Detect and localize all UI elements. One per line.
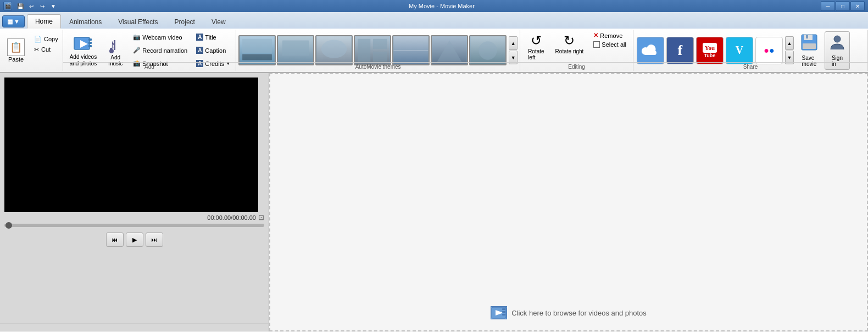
youtube-share-button[interactable]: You Tube: [696, 37, 724, 64]
theme-6[interactable]: [431, 35, 468, 65]
share-group: f You Tube V ●● ▲ ▼: [633, 30, 868, 71]
close-button[interactable]: ✕: [850, 1, 865, 11]
next-frame-button[interactable]: ⏭: [146, 233, 163, 247]
svg-rect-28: [806, 35, 808, 38]
svg-rect-3: [88, 42, 92, 44]
copy-icon: 📄: [34, 36, 42, 43]
prev-frame-button[interactable]: ⏮: [106, 233, 124, 247]
editing-group: ↺ Rotateleft ↻ Rotate right ✕ Remove Sel…: [520, 30, 633, 71]
svg-rect-10: [242, 39, 272, 53]
add-group-label: Add: [63, 62, 236, 70]
ribbon: ▦ ▼ Home Animations Visual Effects Proje…: [0, 12, 868, 73]
remove-label: Remove: [600, 32, 622, 39]
svg-rect-17: [373, 39, 387, 49]
theme-1[interactable]: [238, 35, 276, 65]
record-narration-button[interactable]: 🎤 Record narration: [131, 46, 190, 55]
cut-label: Cut: [41, 46, 51, 53]
webcam-label: Webcam video: [142, 34, 182, 41]
sign-in-icon: [830, 34, 845, 55]
app-menu-icon: ▦: [7, 18, 13, 25]
rotate-left-button[interactable]: ↺ Rotateleft: [525, 31, 547, 63]
editing-right: ✕ Remove Select all: [591, 31, 628, 49]
svg-point-6: [109, 49, 114, 53]
title-button[interactable]: A Title: [194, 32, 232, 42]
add-group: Add videos and photos ♪ Addmusic: [63, 30, 236, 71]
webcam-video-button[interactable]: 📷 Webcam video: [131, 32, 190, 42]
svg-rect-16: [358, 39, 370, 62]
app-menu-button[interactable]: ▦ ▼: [2, 15, 25, 27]
remove-button[interactable]: ✕ Remove: [591, 31, 628, 40]
svg-rect-33: [502, 311, 505, 313]
rotate-right-button[interactable]: ↻ Rotate right: [552, 31, 587, 57]
svg-rect-4: [88, 45, 92, 47]
tab-home[interactable]: Home: [27, 14, 61, 29]
paste-button[interactable]: 📋 Paste: [2, 31, 30, 70]
playback-controls: ⏮ ▶ ⏭: [4, 233, 264, 247]
caption-icon: A: [196, 47, 203, 54]
theme-3[interactable]: [315, 35, 353, 65]
storyboard-area: Click here to browse for videos and phot…: [269, 73, 868, 331]
theme-7[interactable]: [469, 35, 507, 65]
title-label: Title: [205, 34, 216, 41]
theme-scroll-up[interactable]: ▲: [509, 36, 518, 50]
theme-2[interactable]: [277, 35, 314, 65]
maximize-button[interactable]: □: [836, 1, 850, 11]
tab-visual-effects[interactable]: Visual Effects: [110, 14, 166, 29]
rotate-right-label: Rotate right: [555, 48, 584, 54]
copy-label: Copy: [44, 36, 58, 42]
scrubber[interactable]: [4, 224, 264, 227]
facebook-share-button[interactable]: f: [666, 37, 694, 64]
tab-view[interactable]: View: [203, 14, 234, 29]
undo-quick-button[interactable]: ↩: [26, 2, 36, 10]
minimize-button[interactable]: ─: [821, 1, 835, 11]
theme-4[interactable]: [354, 35, 391, 65]
select-all-button[interactable]: Select all: [591, 40, 628, 49]
title-bar-controls: 🎬: [3, 2, 12, 10]
redo-quick-button[interactable]: ↪: [37, 2, 47, 10]
scrubber-handle[interactable]: [5, 222, 12, 229]
tab-row: ▦ ▼ Home Animations Visual Effects Proje…: [0, 12, 868, 29]
flickr-share-button[interactable]: ●●: [755, 37, 783, 64]
share-scroll-up[interactable]: ▲: [785, 36, 794, 50]
svg-rect-9: [242, 54, 272, 60]
vimeo-share-button[interactable]: V: [726, 37, 753, 64]
window-title: My Movie - Movie Maker: [63, 3, 821, 9]
play-button[interactable]: ▶: [126, 233, 143, 247]
expand-button[interactable]: ⊡: [258, 213, 264, 222]
theme-5[interactable]: [392, 35, 430, 65]
select-all-label: Select all: [602, 41, 626, 48]
app-menu-dropdown: ▼: [14, 18, 20, 25]
title-bar: 🎬 💾 ↩ ↪ ▼ My Movie - Movie Maker ─ □ ✕: [0, 0, 868, 12]
svg-rect-2: [88, 38, 92, 41]
cut-icon: ✂: [34, 46, 39, 53]
caption-button[interactable]: A Caption: [194, 46, 232, 55]
editing-label: Editing: [520, 62, 633, 70]
svg-rect-27: [803, 43, 816, 49]
ribbon-content: 📋 Paste 📄 Copy ✂ Cut Clipboard: [0, 29, 868, 73]
save-quick-button[interactable]: 💾: [15, 2, 25, 10]
cut-button[interactable]: ✂ Cut: [32, 45, 60, 54]
select-all-checkbox: [593, 41, 600, 48]
webcam-icon: 📷: [133, 34, 141, 41]
quick-access-toolbar: 💾 ↩ ↪ ▼: [15, 2, 58, 10]
caption-label: Caption: [205, 47, 226, 54]
remove-icon: ✕: [593, 32, 598, 39]
main-content: 00:00.00/00:00.00 ⊡ ⏮ ▶ ⏭: [0, 73, 868, 331]
automovie-themes-group: ▲ ▼ AutoMovie themes: [236, 30, 520, 71]
svg-rect-32: [502, 308, 505, 310]
svg-rect-7: [114, 40, 115, 50]
quick-dropdown-button[interactable]: ▼: [48, 2, 58, 10]
tab-project[interactable]: Project: [166, 14, 203, 29]
svg-rect-18: [373, 52, 387, 62]
browse-hint[interactable]: Click here to browse for videos and phot…: [491, 306, 647, 319]
svg-point-14: [321, 40, 347, 58]
preview-panel: 00:00.00/00:00.00 ⊡ ⏮ ▶ ⏭: [0, 73, 269, 331]
browse-hint-icon: [491, 306, 507, 319]
rotate-right-icon: ↻: [564, 33, 575, 48]
add-music-icon: ♪: [105, 35, 125, 54]
tab-animations[interactable]: Animations: [61, 14, 110, 29]
copy-button[interactable]: 📄 Copy: [32, 35, 60, 44]
cloud-share-button[interactable]: [637, 37, 664, 64]
app-icon: 🎬: [3, 2, 12, 10]
svg-point-29: [834, 36, 841, 42]
